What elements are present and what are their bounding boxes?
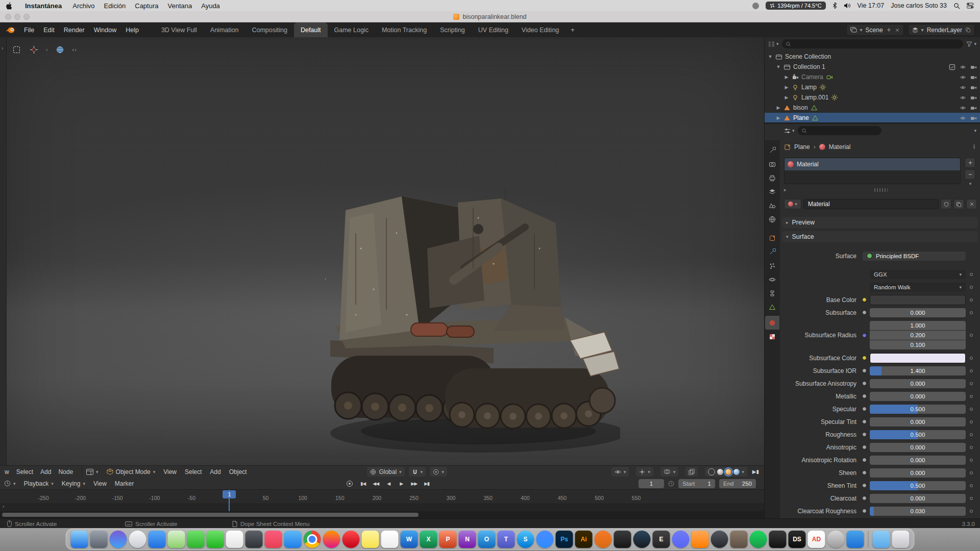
slider-anisotropic-rotation[interactable]: 0.000 xyxy=(870,456,966,465)
scrollbar-thumb[interactable] xyxy=(2,513,419,517)
transform-orientation-selector[interactable]: Global ▾ xyxy=(367,467,404,477)
hide-in-viewport-toggle[interactable] xyxy=(960,115,966,121)
dock-icon-excel[interactable]: X xyxy=(420,531,437,548)
keyframe-decorator[interactable] xyxy=(966,471,977,474)
topbar-menu-file[interactable]: File xyxy=(19,27,39,34)
remove-slot-button[interactable] xyxy=(965,169,975,180)
disable-in-renders-toggle[interactable] xyxy=(970,105,977,111)
gizmos-dropdown[interactable]: ▾ xyxy=(636,467,653,477)
outliner-search-input[interactable] xyxy=(782,39,964,48)
keyframe-decorator[interactable] xyxy=(966,357,977,360)
outliner-filter-button[interactable]: ▾ xyxy=(966,41,976,47)
menubar-menu-captura[interactable]: Captura xyxy=(130,2,163,10)
code-toggle-icon[interactable]: ‹› xyxy=(72,46,77,53)
keyframe-decorator[interactable] xyxy=(966,369,977,372)
outliner-editor-type-selector[interactable]: ▾ xyxy=(768,41,779,47)
select-box-tool[interactable] xyxy=(11,44,21,55)
unlink-material-button[interactable] xyxy=(966,199,977,209)
slider-metallic[interactable]: 0.000 xyxy=(870,392,966,401)
menubar-clock[interactable]: Vie 17:07 xyxy=(857,2,885,9)
dock-icon-messages[interactable] xyxy=(187,531,205,548)
prev-keyframe-button[interactable]: ◀◀ xyxy=(370,479,381,488)
dock-icon-outlook[interactable]: O xyxy=(478,531,496,548)
dock-icon-settings[interactable] xyxy=(827,531,845,548)
outliner-row-lamp[interactable]: ▶Lamp xyxy=(765,82,980,92)
keyframe-decorator[interactable] xyxy=(966,408,977,411)
jump-to-start-button[interactable]: ▮◀ xyxy=(357,479,369,488)
number-field[interactable]: 0.200 xyxy=(870,331,966,340)
node-editor-menu-0[interactable]: w xyxy=(1,468,13,475)
snapping-toggle[interactable]: ▾ xyxy=(409,467,426,477)
viewport-menu-select[interactable]: Select xyxy=(181,468,206,475)
properties-tab-scene[interactable] xyxy=(766,198,779,212)
scene-selector[interactable]: ▾ Scene xyxy=(846,24,904,36)
xray-toggle[interactable] xyxy=(685,467,698,477)
zoom-window-button[interactable] xyxy=(23,14,30,20)
dock-icon-unity[interactable] xyxy=(614,531,631,548)
dock-icon-downloads-folder[interactable] xyxy=(873,531,890,548)
auto-keying-toggle[interactable] xyxy=(346,480,353,487)
jump-to-end-button[interactable]: ▶▮ xyxy=(421,479,432,488)
slot-specials-icon[interactable]: ▾ xyxy=(965,181,976,186)
properties-tab-constraints[interactable] xyxy=(766,286,779,300)
keyframe-decorator[interactable] xyxy=(966,446,977,449)
dock-icon-mail[interactable] xyxy=(149,531,166,548)
menubar-user[interactable]: Jose carlos Soto 33 xyxy=(891,2,947,9)
close-window-button[interactable] xyxy=(5,14,11,20)
dock-icon-firefox[interactable] xyxy=(323,531,340,548)
disable-in-renders-toggle[interactable] xyxy=(970,115,977,121)
dock-icon-discord[interactable] xyxy=(672,531,690,548)
slider-roughness[interactable]: 0.500 xyxy=(870,430,966,439)
dock-icon-trash[interactable] xyxy=(892,531,910,548)
keyframe-decorator[interactable] xyxy=(966,433,977,436)
disclosure-triangle[interactable]: ▶ xyxy=(776,115,781,120)
dock-icon-finder[interactable] xyxy=(71,531,88,548)
properties-tab-modifiers[interactable] xyxy=(766,245,779,259)
dock-icon-gimp[interactable] xyxy=(730,531,748,548)
keying-set-icon[interactable] xyxy=(668,481,674,487)
outliner-row-bison[interactable]: ▶bison xyxy=(765,103,980,113)
spotlight-search-icon[interactable] xyxy=(953,3,960,9)
timeline-editor[interactable]: ▾ Playback ▾Keying ▾ViewMarker ▮◀◀◀◀▶▶▶▶… xyxy=(0,478,764,518)
disable-in-renders-toggle[interactable] xyxy=(970,64,977,70)
checkbox-icon[interactable] xyxy=(949,64,955,70)
dock-icon-calendar[interactable] xyxy=(381,531,399,548)
dock-icon-illustrator[interactable]: Ai xyxy=(575,531,593,548)
workspace-tab-scripting[interactable]: Scripting xyxy=(433,22,472,37)
keyframe-decorator[interactable] xyxy=(966,420,977,423)
node-editor-menu-2[interactable]: Add xyxy=(37,468,55,475)
keyframe-decorator[interactable] xyxy=(966,382,977,385)
dock-icon-zoom[interactable] xyxy=(536,531,554,548)
workspace-tab-3d-view-full[interactable]: 3D View Full xyxy=(155,22,204,37)
minimize-window-button[interactable] xyxy=(14,14,20,20)
fan-status-pill[interactable]: 1394rpm / 74.5°C xyxy=(766,2,825,10)
keyframe-decorator[interactable] xyxy=(966,334,977,337)
disclosure-triangle[interactable]: ▼ xyxy=(768,54,773,59)
overlays-dropdown[interactable]: ▾ xyxy=(660,467,679,477)
dock-icon-epic-games[interactable]: E xyxy=(653,531,670,548)
hide-in-viewport-toggle[interactable] xyxy=(960,74,966,81)
menubar-menu-edición[interactable]: Edición xyxy=(100,2,131,10)
dock-icon-skype[interactable]: S xyxy=(517,531,534,548)
slider-subsurface[interactable]: 0.000 xyxy=(870,308,966,317)
keyframe-decorator[interactable] xyxy=(966,395,977,398)
disable-in-renders-toggle[interactable] xyxy=(970,84,977,91)
slider-subsurface-ior[interactable]: 1.400 xyxy=(870,366,966,375)
hide-in-viewport-toggle[interactable] xyxy=(960,94,966,101)
control-center-icon[interactable] xyxy=(967,3,974,9)
keyframe-decorator[interactable] xyxy=(966,459,977,462)
properties-tab-world[interactable] xyxy=(766,212,779,226)
surface-shader-button[interactable]: Principled BSDF xyxy=(863,252,966,261)
bluetooth-icon[interactable] xyxy=(832,2,837,9)
slider-clearcoat[interactable]: 0.000 xyxy=(870,494,966,503)
menubar-app-name[interactable]: Instantánea xyxy=(21,2,66,10)
dock-icon-launchpad[interactable] xyxy=(90,531,108,548)
properties-tab-output[interactable] xyxy=(766,171,779,185)
dock-icon-obs[interactable] xyxy=(711,531,728,548)
list-resize-grip[interactable] xyxy=(874,188,888,192)
hide-in-viewport-toggle[interactable] xyxy=(960,84,966,91)
timeline-menu-keying[interactable]: Keying ▾ xyxy=(58,480,89,487)
preview-panel-header[interactable]: ▸ Preview xyxy=(782,217,978,228)
view-layer-selector[interactable]: ▾ RenderLayer xyxy=(908,24,975,36)
properties-tab-texture[interactable] xyxy=(766,330,779,343)
